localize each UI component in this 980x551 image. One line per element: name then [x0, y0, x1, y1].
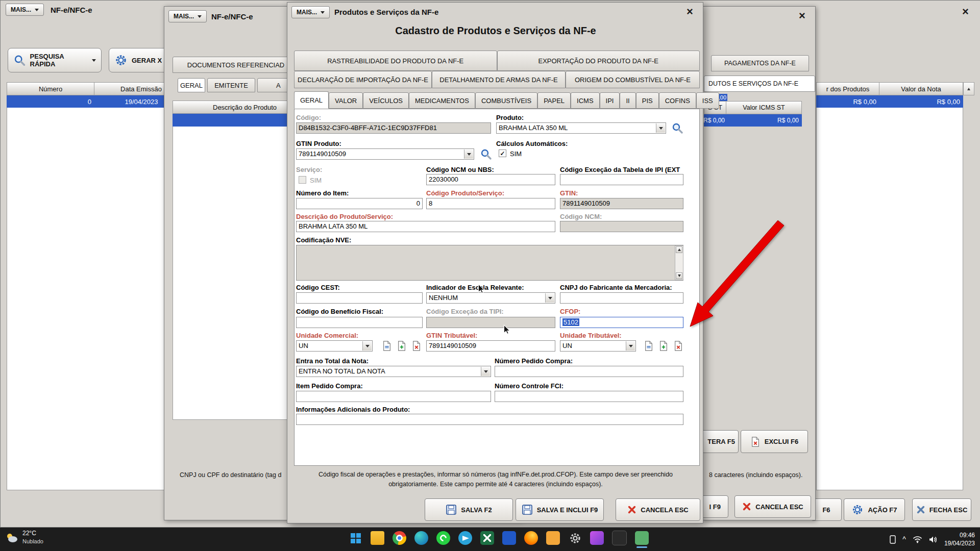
info-adicionais-input[interactable] [296, 414, 683, 425]
weather-widget[interactable]: 22°C Nublado [5, 529, 43, 546]
combo-arrow-icon[interactable] [656, 123, 665, 133]
combo-arrow-icon[interactable] [464, 149, 473, 159]
controle-fci-input[interactable] [495, 391, 683, 402]
cnpj-fabricante-input[interactable] [560, 292, 683, 304]
escala-relevante-combo[interactable]: NENHUM [426, 292, 555, 304]
combo-arrow-icon[interactable] [626, 341, 635, 350]
combo-arrow-icon[interactable] [481, 367, 490, 376]
start-icon[interactable] [349, 531, 362, 545]
edge-icon[interactable] [414, 531, 428, 545]
icms-st-grid-selected-row[interactable]: R$ 0,00 R$ 0,00 [704, 114, 802, 127]
salva-e-inclui-f9-button[interactable]: SALVA E INCLUI F9 [516, 498, 604, 521]
nfe-grid-selected-row[interactable]: 0 19/04/2023 [7, 95, 188, 108]
photos-icon[interactable] [590, 531, 604, 545]
nfe-app-icon[interactable] [635, 531, 649, 545]
chrome-icon[interactable] [393, 531, 406, 545]
combo-arrow-icon[interactable] [545, 293, 554, 303]
firefox-icon[interactable] [524, 531, 538, 545]
tab-papel[interactable]: PAPEL [537, 92, 571, 109]
tab-geral[interactable]: GERAL [294, 91, 329, 109]
tab-iss[interactable]: ISS [696, 92, 719, 109]
produto-combo[interactable]: BRAHMA LATA 350 ML [496, 122, 666, 134]
unit-trib-list-button[interactable] [643, 340, 655, 352]
tab-origem-combustivel[interactable]: ORIGEM DO COMBUSTÍVEL DA NF-E [566, 71, 700, 88]
unidade-tributavel-combo[interactable]: UN [560, 340, 636, 352]
calculos-sim-checkbox[interactable]: ✓ [499, 149, 506, 157]
tab-icms[interactable]: ICMS [571, 92, 600, 109]
combo-arrow-icon[interactable] [362, 341, 372, 350]
mais-menu-button[interactable]: MAIS... [168, 10, 207, 22]
item-pedido-input[interactable] [296, 391, 491, 402]
cancela-esc-button[interactable]: CANCELA ESC [616, 498, 700, 521]
acao-f7-button[interactable]: AÇÃO F7 [844, 498, 905, 521]
excel-icon[interactable] [480, 531, 494, 545]
unit-add-button[interactable] [396, 340, 408, 352]
produto-search-button[interactable] [671, 121, 683, 135]
phone-link-icon[interactable] [890, 535, 896, 544]
cest-input[interactable] [296, 292, 423, 304]
grid-scroll-up-button[interactable] [963, 82, 974, 95]
entra-total-combo[interactable]: ENTRA NO TOTAL DA NOTA [296, 366, 491, 377]
whatsapp-icon[interactable] [436, 531, 450, 545]
fecha-esc-button[interactable]: FECHA ESC [912, 498, 971, 521]
tab-documentos-referenciados[interactable]: DOCUMENTOS REFERENCIAD [173, 57, 299, 73]
ncm-nbs-input[interactable]: 22030000 [426, 174, 555, 185]
close-icon[interactable]: × [799, 11, 805, 21]
volume-icon[interactable] [929, 536, 938, 543]
tab-emitente[interactable]: EMITENTE [207, 78, 255, 92]
tab-rastreabilidade[interactable]: RASTREABILIDADE DO PRODUTO DA NF-E [294, 51, 497, 71]
tab-pagamentos[interactable]: PAGAMENTOS DA NF-E [711, 55, 809, 71]
nfe-grid-selected-row-right[interactable]: R$ 0,00 R$ 0,00 [816, 95, 963, 108]
quick-search-button[interactable]: PESQUISA RÁPIDA [8, 48, 102, 72]
cfop-input[interactable]: 5102 [560, 317, 683, 328]
cancela-esc-button[interactable]: CANCELA ESC [734, 495, 811, 518]
unit-trib-delete-button[interactable] [672, 340, 684, 352]
gtin-produto-combo[interactable]: 7891149010509 [296, 148, 474, 160]
telegram-icon[interactable] [458, 531, 472, 545]
settings-gear-icon[interactable] [568, 531, 582, 545]
exclui-f6-button[interactable]: EXCLUI F6 [741, 430, 808, 453]
tab-detalhamento-armas[interactable]: DETALHAMENTO DE ARMAS DA NF-E [432, 71, 566, 88]
tray-expand-icon[interactable]: ^ [902, 535, 906, 543]
wifi-icon[interactable] [913, 536, 922, 543]
scroll-up-icon[interactable] [676, 246, 682, 253]
fecha-f6-button[interactable]: F6 [811, 498, 842, 521]
nve-scrollbar[interactable] [675, 245, 683, 280]
terminal-icon[interactable] [612, 531, 627, 545]
close-icon[interactable]: × [962, 7, 969, 17]
tab-combustiveis[interactable]: COMBUSTÍVEIS [475, 92, 537, 109]
tab-geral[interactable]: GERAL [178, 78, 205, 92]
beneficio-fiscal-input[interactable] [296, 317, 423, 328]
unit-delete-button[interactable] [410, 340, 423, 352]
servico-sim-checkbox[interactable] [299, 176, 306, 184]
salva-f2-button[interactable]: SALVA F2 [425, 498, 513, 521]
tab-exportacao[interactable]: EXPORTAÇÃO DO PRODUTO DA NF-E [497, 51, 700, 71]
numero-pedido-input[interactable] [495, 366, 683, 377]
close-icon[interactable]: × [687, 7, 693, 17]
tab-valor[interactable]: VALOR [329, 92, 363, 109]
downloads-icon[interactable] [546, 531, 560, 545]
clock[interactable]: 09:46 19/04/2023 [944, 531, 975, 547]
unit-trib-add-button[interactable] [657, 340, 670, 352]
tab-declaracao-importacao[interactable]: DECLARAÇÃO DE IMPORTAÇÃO DA NF-E [294, 71, 432, 88]
mais-menu-button[interactable]: MAIS... [6, 4, 44, 16]
unidade-comercial-combo[interactable]: UN [296, 340, 373, 352]
gtin-search-button[interactable] [479, 147, 492, 161]
word-icon[interactable] [502, 531, 516, 545]
excecao-ipi-input[interactable] [560, 174, 683, 185]
tab-produtos-servicos[interactable]: DUTOS E SERVIÇOS DA NF-E [704, 76, 815, 92]
tab-pis[interactable]: PIS [636, 92, 659, 109]
tab-veiculos[interactable]: VEÍCULOS [363, 92, 409, 109]
file-explorer-icon[interactable] [371, 531, 384, 545]
tab-medicamentos[interactable]: MEDICAMENTOS [409, 92, 475, 109]
tab-ii[interactable]: II [620, 92, 635, 109]
tab-cofins[interactable]: COFINS [659, 92, 696, 109]
numero-item-input[interactable]: 0 [296, 198, 423, 209]
nve-textarea[interactable] [296, 245, 683, 281]
unit-list-button[interactable] [381, 340, 393, 352]
codigo-produto-servico-input[interactable]: 8 [426, 198, 555, 209]
gtin-tributavel-input[interactable]: 7891149010509 [426, 340, 555, 352]
descricao-input[interactable]: BRAHMA LATA 350 ML [296, 221, 555, 232]
tab-ipi[interactable]: IPI [600, 92, 620, 109]
mais-menu-button[interactable]: MAIS... [291, 6, 330, 18]
